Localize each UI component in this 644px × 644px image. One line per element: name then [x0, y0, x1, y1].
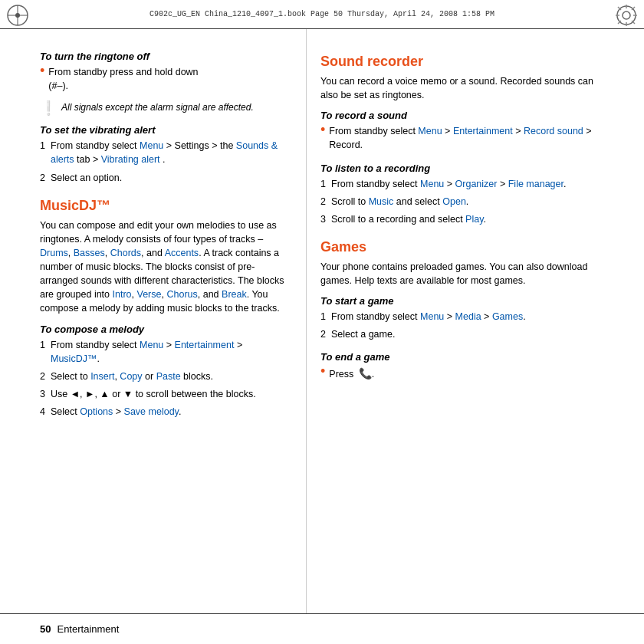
start-game-section: To start a game 1 From standby select Me…: [320, 295, 604, 343]
warning-icon: ❕: [40, 100, 57, 117]
bullet-icon: •: [40, 64, 44, 95]
page-container: C902c_UG_EN China_1210_4097_1.book Page …: [0, 0, 644, 644]
compose-heading: To compose a melody: [40, 324, 292, 335]
listen-num-1: 1: [320, 177, 331, 193]
ringtone-section: To turn the ringtone off • From standby …: [40, 51, 292, 95]
listen-step1: 1 From standby select Menu > Organizer >…: [320, 177, 604, 193]
start-game-heading: To start a game: [320, 295, 604, 307]
compose-step1: 1 From standby select Menu > Entertainme…: [40, 338, 292, 368]
warning-text: All signals except the alarm signal are …: [61, 101, 254, 114]
listen-step2-text: Scroll to Music and select Open.: [331, 195, 468, 209]
listen-step1-text: From standby select Menu > Organizer > F…: [331, 177, 566, 191]
corner-tl: [6, 4, 29, 27]
sound-recorder-section: Sound recorder You can record a voice me…: [320, 54, 604, 102]
end-phone-icon: 📞: [359, 367, 372, 380]
ringtone-heading: To turn the ringtone off: [40, 51, 292, 62]
compose-num-3: 3: [40, 387, 51, 403]
compose-step2-text: Select to Insert, Copy or Paste blocks.: [51, 370, 213, 383]
record-step1-text: From standby select Menu > Entertainment…: [329, 124, 604, 152]
compose-step3-text: Use ◄, ►, ▲ or ▼ to scroll between the b…: [51, 387, 256, 401]
vibrating-section: To set the vibrating alert 1 From standb…: [40, 124, 292, 186]
footer-page-number: 50: [40, 623, 51, 635]
vibrating-step2-text: Select an option.: [51, 171, 122, 185]
start-step2-text: Select a game.: [331, 327, 395, 341]
listen-section: To listen to a recording 1 From standby …: [320, 163, 604, 228]
warning-row: ❕ All signals except the alarm signal ar…: [40, 101, 292, 117]
start-step1: 1 From standby select Menu > Media > Gam…: [320, 310, 604, 326]
compose-num-1: 1: [40, 338, 51, 368]
compose-num-4: 4: [40, 405, 51, 421]
content-area: To turn the ringtone off • From standby …: [0, 29, 644, 613]
compose-step4-text: Select Options > Save melody.: [51, 405, 181, 419]
listen-step3-text: Scroll to a recording and select Play.: [331, 212, 486, 226]
ringtone-item: • From standby press and hold down (#–).: [40, 65, 292, 95]
listen-heading: To listen to a recording: [320, 163, 604, 174]
header-bar: C902c_UG_EN China_1210_4097_1.book Page …: [0, 0, 644, 29]
ringtone-text: From standby press and hold down (#–).: [48, 65, 198, 93]
musicdj-heading: MusicDJ™: [40, 198, 292, 214]
start-num-1: 1: [320, 310, 331, 326]
step-num-1: 1: [40, 139, 51, 169]
record-sound-heading: To record a sound: [320, 110, 604, 121]
compose-step4: 4 Select Options > Save melody.: [40, 405, 292, 421]
listen-num-2: 2: [320, 195, 331, 211]
sound-recorder-body: You can record a voice memo or a sound. …: [320, 74, 604, 102]
listen-step3: 3 Scroll to a recording and select Play.: [320, 212, 604, 228]
left-column: To turn the ringtone off • From standby …: [0, 29, 307, 613]
footer-section: Entertainment: [57, 623, 119, 635]
end-game-section: To end a game • Press 📞.: [320, 351, 604, 383]
end-game-heading: To end a game: [320, 351, 604, 363]
footer-bar: 50 Entertainment: [0, 613, 644, 644]
start-step2: 2 Select a game.: [320, 327, 604, 343]
listen-num-3: 3: [320, 212, 331, 228]
compose-num-2: 2: [40, 370, 51, 386]
musicdj-section: MusicDJ™ You can compose and edit your o…: [40, 198, 292, 316]
ringtone-key: (#–): [48, 80, 65, 91]
musicdj-body: You can compose and edit your own melodi…: [40, 219, 292, 316]
compose-section: To compose a melody 1 From standby selec…: [40, 324, 292, 422]
games-body: Your phone contains preloaded games. You…: [320, 260, 604, 288]
vibrating-step1-text: From standby select Menu > Settings > th…: [51, 139, 292, 166]
end-bullet-icon: •: [320, 364, 325, 383]
record-sound-section: To record a sound • From standby select …: [320, 110, 604, 154]
start-num-2: 2: [320, 327, 331, 343]
right-column: Sound recorder You can record a voice me…: [307, 29, 644, 613]
compose-step1-text: From standby select Menu > Entertainment…: [51, 338, 292, 366]
header-text: C902c_UG_EN China_1210_4097_1.book Page …: [150, 10, 495, 18]
corner-tr: [615, 4, 638, 27]
end-game-text: Press 📞.: [329, 366, 374, 381]
ringtone-prefix: From standby press and hold down: [48, 67, 198, 77]
svg-point-3: [15, 13, 20, 18]
vibrating-step2: 2 Select an option.: [40, 171, 292, 187]
record-step1: • From standby select Menu > Entertainme…: [320, 124, 604, 154]
compose-step2: 2 Select to Insert, Copy or Paste blocks…: [40, 370, 292, 386]
end-game-item: • Press 📞.: [320, 366, 604, 383]
games-section: Games Your phone contains preloaded game…: [320, 239, 604, 288]
compose-step3: 3 Use ◄, ►, ▲ or ▼ to scroll between the…: [40, 387, 292, 403]
start-step1-text: From standby select Menu > Media > Games…: [331, 310, 526, 324]
listen-step2: 2 Scroll to Music and select Open.: [320, 195, 604, 211]
vibrating-heading: To set the vibrating alert: [40, 124, 292, 136]
bullet-icon: •: [320, 123, 325, 154]
games-heading: Games: [320, 239, 604, 255]
sound-recorder-heading: Sound recorder: [320, 54, 604, 70]
vibrating-step1: 1 From standby select Menu > Settings > …: [40, 139, 292, 169]
svg-point-13: [623, 12, 630, 19]
step-num-2: 2: [40, 171, 51, 187]
